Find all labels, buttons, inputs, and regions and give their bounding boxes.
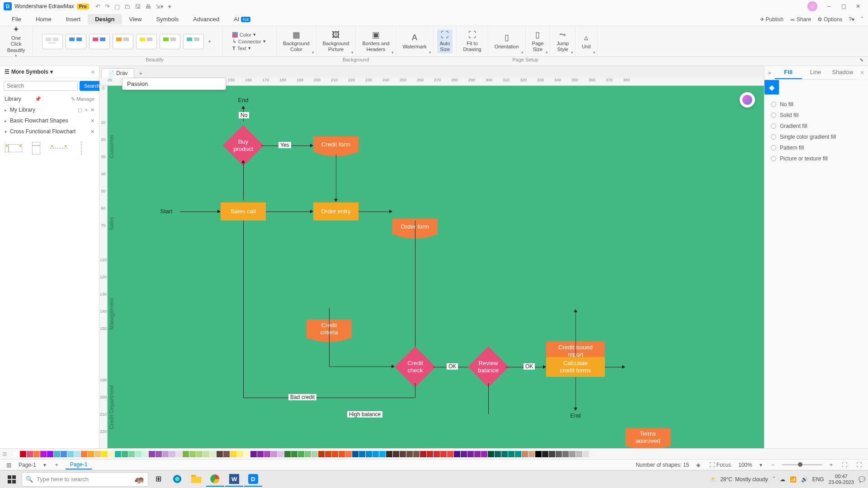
watermark-drop[interactable]: ▾: [429, 50, 431, 55]
shape-review-balance[interactable]: Review balance: [468, 347, 509, 388]
color-swatch[interactable]: [115, 451, 121, 457]
page-selector[interactable]: Page-1: [19, 462, 36, 468]
color-swatch[interactable]: [169, 451, 175, 457]
color-swatch[interactable]: [440, 451, 447, 457]
orientation-drop[interactable]: ▾: [521, 50, 524, 55]
collapse-left-icon[interactable]: «: [91, 69, 94, 75]
page-size-button[interactable]: ▯Page Size: [529, 29, 547, 54]
my-library-row[interactable]: ▸My Library ▢+✕: [0, 104, 99, 115]
color-swatch[interactable]: [393, 451, 399, 457]
theme-more-icon[interactable]: ▾: [207, 39, 212, 44]
close-icon[interactable]: ✕: [852, 3, 864, 9]
bg-picture-button[interactable]: 🖼Background Picture: [320, 29, 352, 54]
color-swatch[interactable]: [474, 451, 481, 457]
bg-color-drop[interactable]: ▾: [312, 50, 314, 55]
color-swatch[interactable]: [40, 451, 47, 457]
color-swatch[interactable]: [515, 451, 521, 457]
weather-widget[interactable]: ⛅ 28°C Mostly cloudy: [711, 476, 768, 483]
color-swatch[interactable]: [217, 451, 223, 457]
cat-close-icon[interactable]: ✕: [90, 107, 94, 113]
theme-thumb-4[interactable]: [113, 34, 133, 49]
jump-style-button[interactable]: ⤳Jump Style: [554, 29, 571, 54]
color-swatch[interactable]: [576, 451, 582, 457]
zoom-out-icon[interactable]: −: [769, 462, 776, 468]
color-swatch[interactable]: [379, 451, 386, 457]
tab-draw[interactable]: 📄Drav: [101, 68, 134, 78]
menu-insert[interactable]: Insert: [59, 14, 88, 24]
color-swatch[interactable]: [210, 451, 216, 457]
color-swatch[interactable]: [400, 451, 406, 457]
color-swatch[interactable]: [81, 451, 87, 457]
borders-button[interactable]: ▣Borders and Headers: [359, 29, 392, 54]
wifi-icon[interactable]: 📶: [790, 476, 797, 483]
fill-option[interactable]: Solid fill: [771, 110, 862, 121]
borders-drop[interactable]: ▾: [392, 50, 394, 55]
shape-credit-check[interactable]: Credit check: [395, 347, 436, 388]
orientation-button[interactable]: ▯Orientation: [492, 32, 522, 51]
color-swatch[interactable]: [264, 451, 270, 457]
word-icon[interactable]: W: [225, 472, 243, 487]
fill-option[interactable]: Single color gradient fill: [771, 131, 862, 142]
color-swatch[interactable]: [291, 451, 297, 457]
color-swatch[interactable]: [74, 451, 80, 457]
color-dropdown[interactable]: Color▾: [232, 32, 266, 38]
cross-functional-row[interactable]: ▾Cross Functional Flowchart ✕: [0, 126, 99, 137]
menu-file[interactable]: File: [5, 14, 28, 24]
color-swatch[interactable]: [13, 451, 19, 457]
color-swatch[interactable]: [257, 451, 264, 457]
color-swatch[interactable]: [162, 451, 169, 457]
color-swatch[interactable]: [33, 451, 40, 457]
color-swatch[interactable]: [61, 451, 67, 457]
color-swatch[interactable]: [535, 451, 542, 457]
color-swatch[interactable]: [345, 451, 352, 457]
cat2-close-icon[interactable]: ✕: [90, 129, 94, 135]
fill-option[interactable]: Picture or texture fill: [771, 153, 862, 164]
color-swatch[interactable]: [447, 451, 453, 457]
fill-option[interactable]: No fill: [771, 99, 862, 110]
open-icon[interactable]: 🗀: [124, 3, 130, 10]
color-swatch[interactable]: [237, 451, 243, 457]
color-swatch[interactable]: [149, 451, 155, 457]
auto-size-button[interactable]: ⛶Auto Size: [437, 29, 453, 54]
color-swatch[interactable]: [183, 451, 189, 457]
color-swatch[interactable]: [352, 451, 359, 457]
maximize-icon[interactable]: ▢: [837, 3, 850, 9]
share-button[interactable]: ⫘ Share: [790, 16, 811, 23]
page-add-icon[interactable]: +: [53, 462, 60, 468]
color-swatch[interactable]: [284, 451, 291, 457]
color-swatch[interactable]: [501, 451, 508, 457]
color-swatch[interactable]: [47, 451, 53, 457]
task-view-icon[interactable]: ⊞: [149, 472, 167, 487]
redo-icon[interactable]: ↷: [105, 3, 110, 10]
undo-icon[interactable]: ↶: [95, 3, 100, 10]
publish-button[interactable]: ✈ Publish: [760, 16, 783, 23]
color-swatch[interactable]: [298, 451, 304, 457]
bg-pic-drop[interactable]: ▾: [351, 50, 354, 55]
unit-drop[interactable]: ▾: [593, 50, 595, 55]
collapse-ribbon-icon[interactable]: ˄: [861, 16, 863, 23]
color-swatch[interactable]: [156, 451, 162, 457]
shape-end[interactable]: End: [232, 95, 255, 106]
color-swatch[interactable]: [101, 451, 108, 457]
color-swatch[interactable]: [366, 451, 372, 457]
expand-right-icon[interactable]: »: [764, 68, 775, 78]
page-drop-icon[interactable]: ▾: [42, 462, 48, 468]
color-swatch[interactable]: [67, 451, 74, 457]
shape-credit-form[interactable]: Credit form: [313, 136, 359, 153]
color-swatch[interactable]: [508, 451, 514, 457]
fullscreen-icon[interactable]: ⛶: [854, 462, 863, 468]
color-swatch[interactable]: [250, 451, 257, 457]
color-swatch[interactable]: [454, 451, 460, 457]
options-button[interactable]: ⚙ Options: [817, 16, 842, 23]
tab-shadow[interactable]: Shadow: [829, 66, 856, 79]
shape-end2[interactable]: End: [564, 411, 587, 420]
separator-h-shape[interactable]: [50, 141, 68, 155]
color-swatch[interactable]: [278, 451, 284, 457]
swimlane-h-shape[interactable]: [5, 141, 23, 155]
basic-flowchart-row[interactable]: ▸Basic Flowchart Shapes ✕: [0, 115, 99, 126]
color-swatch[interactable]: [406, 451, 413, 457]
theme-thumb-3[interactable]: [89, 34, 110, 49]
color-swatch[interactable]: [373, 451, 379, 457]
color-swatch[interactable]: [488, 451, 494, 457]
color-swatch[interactable]: [325, 451, 331, 457]
